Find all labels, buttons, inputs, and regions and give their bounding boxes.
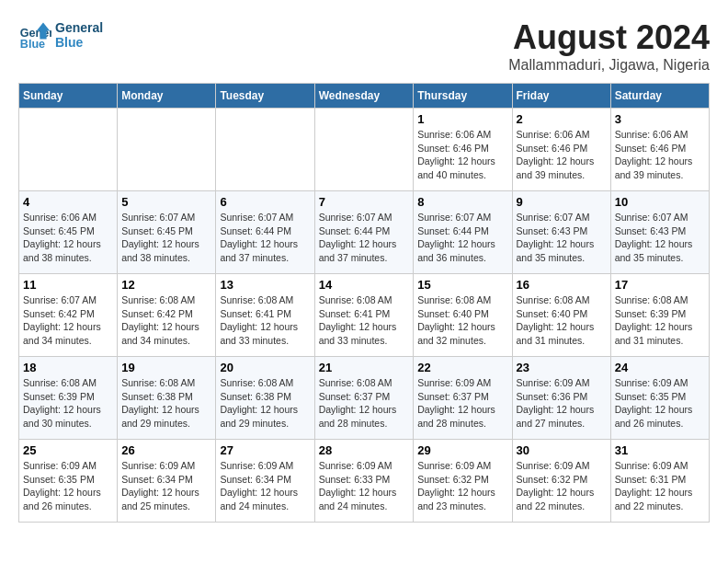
day-info: Sunrise: 6:09 AM Sunset: 6:35 PM Dayligh… [23, 459, 113, 513]
calendar-cell: 12Sunrise: 6:08 AM Sunset: 6:42 PM Dayli… [118, 274, 216, 357]
day-number: 25 [23, 443, 113, 457]
calendar-cell: 3Sunrise: 6:06 AM Sunset: 6:46 PM Daylig… [610, 109, 709, 191]
day-header-friday: Friday [512, 84, 610, 109]
day-header-tuesday: Tuesday [216, 84, 314, 109]
day-info: Sunrise: 6:08 AM Sunset: 6:41 PM Dayligh… [220, 293, 310, 348]
title-area: August 2024 Mallammaduri, Jigawa, Nigeri… [508, 18, 710, 74]
day-info: Sunrise: 6:06 AM Sunset: 6:46 PM Dayligh… [417, 128, 507, 182]
day-number: 19 [121, 361, 211, 374]
day-info: Sunrise: 6:07 AM Sunset: 6:43 PM Dayligh… [615, 211, 705, 265]
calendar-week-3: 11Sunrise: 6:07 AM Sunset: 6:42 PM Dayli… [19, 274, 710, 357]
day-number: 4 [23, 195, 113, 209]
day-info: Sunrise: 6:06 AM Sunset: 6:46 PM Dayligh… [517, 128, 607, 182]
day-number: 23 [517, 361, 607, 374]
day-info: Sunrise: 6:09 AM Sunset: 6:37 PM Dayligh… [417, 376, 507, 431]
day-info: Sunrise: 6:09 AM Sunset: 6:31 PM Dayligh… [615, 459, 705, 513]
calendar-cell: 28Sunrise: 6:09 AM Sunset: 6:33 PM Dayli… [314, 440, 414, 523]
day-info: Sunrise: 6:08 AM Sunset: 6:38 PM Dayligh… [220, 376, 310, 431]
calendar-cell: 10Sunrise: 6:07 AM Sunset: 6:43 PM Dayli… [610, 191, 709, 274]
day-number: 9 [517, 195, 607, 209]
day-number: 15 [417, 278, 507, 292]
page-header: General Blue General Blue August 2024 Ma… [18, 18, 710, 74]
calendar-cell: 29Sunrise: 6:09 AM Sunset: 6:32 PM Dayli… [414, 440, 512, 523]
day-info: Sunrise: 6:08 AM Sunset: 6:38 PM Dayligh… [121, 376, 211, 431]
day-number: 12 [121, 278, 211, 292]
calendar-cell: 19Sunrise: 6:08 AM Sunset: 6:38 PM Dayli… [118, 357, 216, 440]
day-info: Sunrise: 6:09 AM Sunset: 6:32 PM Dayligh… [517, 459, 607, 513]
calendar-week-1: 1Sunrise: 6:06 AM Sunset: 6:46 PM Daylig… [19, 109, 710, 191]
day-number: 7 [319, 195, 410, 209]
calendar-header-row: SundayMondayTuesdayWednesdayThursdayFrid… [19, 84, 710, 109]
day-info: Sunrise: 6:08 AM Sunset: 6:37 PM Dayligh… [319, 376, 410, 431]
calendar-cell: 16Sunrise: 6:08 AM Sunset: 6:40 PM Dayli… [512, 274, 610, 357]
calendar-cell: 11Sunrise: 6:07 AM Sunset: 6:42 PM Dayli… [19, 274, 118, 357]
calendar-cell: 23Sunrise: 6:09 AM Sunset: 6:36 PM Dayli… [512, 357, 610, 440]
day-info: Sunrise: 6:08 AM Sunset: 6:39 PM Dayligh… [615, 293, 705, 348]
calendar-cell: 26Sunrise: 6:09 AM Sunset: 6:34 PM Dayli… [118, 440, 216, 523]
day-number: 29 [417, 443, 507, 457]
day-info: Sunrise: 6:07 AM Sunset: 6:43 PM Dayligh… [517, 211, 607, 265]
calendar-cell: 31Sunrise: 6:09 AM Sunset: 6:31 PM Dayli… [610, 440, 709, 523]
calendar-cell: 30Sunrise: 6:09 AM Sunset: 6:32 PM Dayli… [512, 440, 610, 523]
day-info: Sunrise: 6:08 AM Sunset: 6:39 PM Dayligh… [23, 376, 113, 431]
logo: General Blue General Blue [18, 18, 103, 52]
day-info: Sunrise: 6:08 AM Sunset: 6:40 PM Dayligh… [417, 293, 507, 348]
day-info: Sunrise: 6:06 AM Sunset: 6:45 PM Dayligh… [23, 211, 113, 265]
day-header-monday: Monday [118, 84, 216, 109]
calendar-cell: 5Sunrise: 6:07 AM Sunset: 6:45 PM Daylig… [118, 191, 216, 274]
day-number: 28 [319, 443, 410, 457]
day-number: 16 [517, 278, 607, 292]
logo-text: General Blue [55, 20, 103, 50]
calendar-cell: 21Sunrise: 6:08 AM Sunset: 6:37 PM Dayli… [314, 357, 414, 440]
calendar-cell: 4Sunrise: 6:06 AM Sunset: 6:45 PM Daylig… [19, 191, 118, 274]
calendar-cell [118, 109, 216, 191]
day-header-wednesday: Wednesday [314, 84, 414, 109]
svg-text:Blue: Blue [20, 38, 45, 51]
day-number: 5 [121, 195, 211, 209]
day-info: Sunrise: 6:09 AM Sunset: 6:36 PM Dayligh… [517, 376, 607, 431]
day-info: Sunrise: 6:08 AM Sunset: 6:41 PM Dayligh… [319, 293, 410, 348]
day-number: 22 [417, 361, 507, 374]
day-number: 18 [23, 361, 113, 374]
day-info: Sunrise: 6:09 AM Sunset: 6:32 PM Dayligh… [417, 459, 507, 513]
calendar-cell: 27Sunrise: 6:09 AM Sunset: 6:34 PM Dayli… [216, 440, 314, 523]
day-info: Sunrise: 6:09 AM Sunset: 6:34 PM Dayligh… [220, 459, 310, 513]
day-info: Sunrise: 6:09 AM Sunset: 6:35 PM Dayligh… [615, 376, 705, 431]
day-number: 11 [23, 278, 113, 292]
day-number: 31 [615, 443, 705, 457]
calendar-cell: 6Sunrise: 6:07 AM Sunset: 6:44 PM Daylig… [216, 191, 314, 274]
day-info: Sunrise: 6:07 AM Sunset: 6:44 PM Dayligh… [417, 211, 507, 265]
calendar-cell: 1Sunrise: 6:06 AM Sunset: 6:46 PM Daylig… [414, 109, 512, 191]
day-info: Sunrise: 6:07 AM Sunset: 6:45 PM Dayligh… [121, 211, 211, 265]
day-number: 1 [417, 112, 507, 126]
calendar-table: SundayMondayTuesdayWednesdayThursdayFrid… [18, 83, 710, 523]
day-number: 14 [319, 278, 410, 292]
day-info: Sunrise: 6:06 AM Sunset: 6:46 PM Dayligh… [615, 128, 705, 182]
day-header-sunday: Sunday [19, 84, 118, 109]
day-info: Sunrise: 6:08 AM Sunset: 6:42 PM Dayligh… [121, 293, 211, 348]
day-info: Sunrise: 6:07 AM Sunset: 6:42 PM Dayligh… [23, 293, 113, 348]
calendar-cell [216, 109, 314, 191]
calendar-cell: 20Sunrise: 6:08 AM Sunset: 6:38 PM Dayli… [216, 357, 314, 440]
day-number: 30 [517, 443, 607, 457]
day-number: 13 [220, 278, 310, 292]
calendar-cell: 17Sunrise: 6:08 AM Sunset: 6:39 PM Dayli… [610, 274, 709, 357]
calendar-cell: 13Sunrise: 6:08 AM Sunset: 6:41 PM Dayli… [216, 274, 314, 357]
day-number: 3 [615, 112, 705, 126]
day-header-thursday: Thursday [414, 84, 512, 109]
calendar-cell: 22Sunrise: 6:09 AM Sunset: 6:37 PM Dayli… [414, 357, 512, 440]
day-info: Sunrise: 6:08 AM Sunset: 6:40 PM Dayligh… [517, 293, 607, 348]
day-number: 20 [220, 361, 310, 374]
day-header-saturday: Saturday [610, 84, 709, 109]
day-number: 27 [220, 443, 310, 457]
day-number: 17 [615, 278, 705, 292]
day-info: Sunrise: 6:07 AM Sunset: 6:44 PM Dayligh… [319, 211, 410, 265]
calendar-week-4: 18Sunrise: 6:08 AM Sunset: 6:39 PM Dayli… [19, 357, 710, 440]
calendar-cell: 15Sunrise: 6:08 AM Sunset: 6:40 PM Dayli… [414, 274, 512, 357]
day-info: Sunrise: 6:07 AM Sunset: 6:44 PM Dayligh… [220, 211, 310, 265]
day-number: 6 [220, 195, 310, 209]
calendar-cell: 2Sunrise: 6:06 AM Sunset: 6:46 PM Daylig… [512, 109, 610, 191]
calendar-cell [19, 109, 118, 191]
day-number: 8 [417, 195, 507, 209]
day-number: 10 [615, 195, 705, 209]
